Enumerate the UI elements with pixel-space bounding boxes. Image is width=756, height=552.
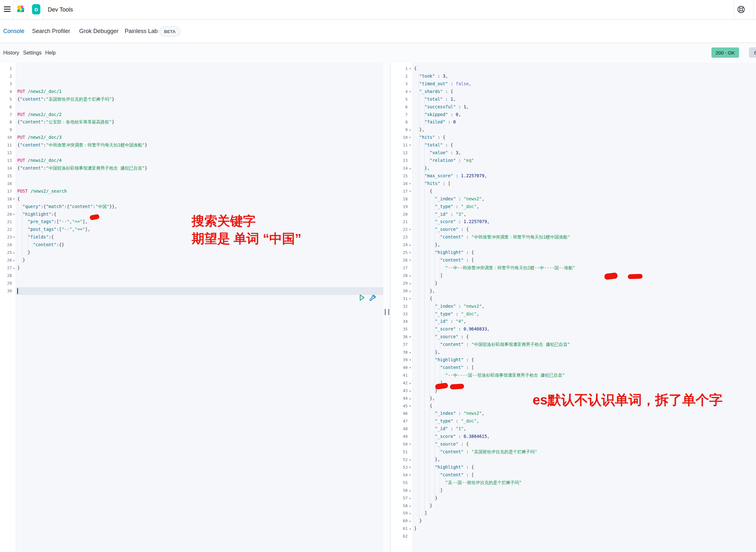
code-line-content[interactable]: } <box>413 525 756 532</box>
fold-toggle-icon[interactable]: ▴ <box>12 264 16 272</box>
code-line[interactable]: 35"_score" : 0.9640833, <box>390 325 756 333</box>
code-line[interactable]: 39▾"highlight" : { <box>390 356 756 364</box>
fold-toggle-icon[interactable]: ▴ <box>408 164 413 172</box>
fold-toggle-icon[interactable]: ▾ <box>408 463 413 471</box>
code-line[interactable]: 33"_type" : "_doc", <box>390 310 756 318</box>
fold-toggle-icon[interactable]: ▾ <box>408 249 413 256</box>
code-line-content[interactable]: "highlight" : { <box>413 249 756 256</box>
code-line[interactable]: 15 <box>0 172 383 180</box>
code-line[interactable]: 59▴] <box>390 509 756 517</box>
code-line[interactable]: 11{"content":"中韩渔警冲突调查：韩警平均每天扣1艘中国渔船"} <box>0 141 383 149</box>
fold-toggle-icon[interactable]: ▴ <box>408 456 413 463</box>
fold-toggle-icon[interactable]: ▾ <box>408 65 413 73</box>
fold-toggle-icon[interactable]: ▴ <box>408 241 413 249</box>
code-line-content[interactable]: "skipped" : 0, <box>413 111 756 119</box>
code-line[interactable]: 7"skipped" : 0, <box>390 111 756 119</box>
request-editor[interactable]: 1234PUT /news2/_doc/15{"content":"美国留给伊拉… <box>0 63 383 552</box>
code-line[interactable]: 24▴}, <box>390 241 756 249</box>
code-line[interactable]: 16 <box>0 180 383 187</box>
code-line-content[interactable]: "_index" : "news2", <box>413 410 756 417</box>
fold-toggle-icon[interactable]: ▴ <box>12 256 16 264</box>
code-line[interactable]: 52▴}, <box>390 456 756 463</box>
code-line[interactable]: 3"timed_out" : false, <box>390 80 756 88</box>
fold-toggle-icon[interactable]: ▾ <box>408 256 413 264</box>
code-line-content[interactable]: "content" : "美国留给伊拉克的是个烂摊子吗" <box>413 448 756 456</box>
code-line[interactable]: 12"value" : 3, <box>390 149 756 157</box>
fold-toggle-icon[interactable]: ▴ <box>408 387 413 395</box>
code-line-content[interactable]: } <box>413 502 756 510</box>
code-line-content[interactable]: {"content":"美国留给伊拉克的是个烂摊子吗"} <box>16 96 383 103</box>
code-line-content[interactable] <box>16 126 383 134</box>
fold-toggle-icon[interactable]: ▴ <box>12 249 16 256</box>
code-line[interactable]: 49"_score" : 0.3864615, <box>390 433 756 440</box>
code-line[interactable]: 5{"content":"美国留给伊拉克的是个烂摊子吗"} <box>0 96 383 103</box>
code-line-content[interactable]: PUT /news2/_doc/1 <box>16 88 383 96</box>
code-line[interactable]: 25▾"highlight" : { <box>390 249 756 256</box>
fold-toggle-icon[interactable]: ▴ <box>408 379 413 387</box>
code-line-content[interactable]: "total" : { <box>413 141 756 149</box>
code-line[interactable]: 13PUT /news2/_doc/4 <box>0 157 383 164</box>
code-line[interactable]: 57▴} <box>390 494 756 502</box>
fold-toggle-icon[interactable]: ▾ <box>408 471 413 479</box>
code-line[interactable]: 48"_id" : "1", <box>390 425 756 433</box>
code-line[interactable]: 58▴} <box>390 502 756 510</box>
code-line-content[interactable]: "_id" : "4", <box>413 318 756 325</box>
fold-toggle-icon[interactable]: ▾ <box>12 233 16 241</box>
fold-toggle-icon[interactable]: ▾ <box>408 141 413 149</box>
fold-toggle-icon[interactable]: ▴ <box>408 517 413 525</box>
fold-toggle-icon[interactable]: ▾ <box>408 440 413 448</box>
code-line-content[interactable]: { <box>413 65 756 73</box>
code-line-content[interactable] <box>16 272 383 280</box>
code-line-content[interactable]: "query":{"match":{"content":"中国"}}, <box>16 203 383 211</box>
code-line[interactable]: 29▴} <box>390 280 756 287</box>
fold-toggle-icon[interactable]: ▴ <box>408 494 413 502</box>
code-line[interactable]: 12 <box>0 149 383 157</box>
code-line-content[interactable]: "content" : [ <box>413 471 756 479</box>
code-line-content[interactable] <box>16 80 383 88</box>
fold-toggle-icon[interactable]: ▴ <box>408 487 413 494</box>
code-line-content[interactable]: "highlight" : { <box>413 356 756 364</box>
code-line[interactable]: 19"query":{"match":{"content":"中国"}}, <box>0 203 383 211</box>
code-line-content[interactable]: } <box>413 517 756 525</box>
fold-toggle-icon[interactable]: ▴ <box>408 280 413 287</box>
code-line-content[interactable]: {"content":"公安部：各地校车将享最高路权"} <box>16 118 383 126</box>
code-line-content[interactable]: POST /news2/_search <box>16 187 383 195</box>
code-line[interactable]: 4PUT /news2/_doc/1 <box>0 88 383 96</box>
code-line[interactable]: 36▾"_source" : { <box>390 333 756 341</box>
fold-toggle-icon[interactable]: ▾ <box>408 226 413 233</box>
code-line-content[interactable]: ] <box>413 487 756 494</box>
fold-toggle-icon[interactable]: ▾ <box>408 333 413 341</box>
code-line[interactable]: 14{"content":"中国驻洛杉矶领事馆遭亚裔男子枪击 嫌犯已自首"} <box>0 164 383 172</box>
code-line[interactable]: 47"_type" : "_doc", <box>390 417 756 425</box>
code-line-content[interactable]: "content" : [ <box>413 364 756 372</box>
code-line[interactable]: 30▴}, <box>390 287 756 295</box>
code-line[interactable]: 2"took" : 3, <box>390 73 756 80</box>
fold-toggle-icon[interactable]: ▾ <box>408 180 413 187</box>
code-line-content[interactable]: "hits" : [ <box>413 180 756 187</box>
help-icon[interactable] <box>737 5 745 15</box>
code-line-content[interactable]: PUT /news2/_doc/4 <box>16 157 383 164</box>
code-line-content[interactable]: "_shards" : { <box>413 88 756 96</box>
code-line-content[interactable] <box>413 532 756 540</box>
code-line[interactable]: 23"content" : "中韩渔警冲突调查：韩警平均每天扣1艘中国渔船" <box>390 233 756 241</box>
code-line[interactable]: 15"max_score" : 1.2257079, <box>390 172 756 180</box>
code-line-content[interactable]: "_type" : "_doc", <box>413 310 756 318</box>
code-line-content[interactable]: "total" : 1, <box>413 96 756 103</box>
code-line-content[interactable]: "_index" : "news2", <box>413 303 756 310</box>
fold-toggle-icon[interactable]: ▾ <box>408 295 413 303</box>
code-line-content[interactable] <box>16 280 383 287</box>
settings-menu[interactable]: Settings <box>23 43 42 63</box>
tab-search-profiler[interactable]: Search Profiler <box>32 20 70 43</box>
space-avatar[interactable]: D <box>32 4 40 14</box>
code-line[interactable]: 6"successful" : 1, <box>390 103 756 111</box>
fold-toggle-icon[interactable]: ▴ <box>408 395 413 402</box>
code-line-content[interactable]: }, <box>413 349 756 356</box>
code-line[interactable]: 61▴} <box>390 525 756 532</box>
code-line-content[interactable]: "_source" : { <box>413 226 756 233</box>
resize-handle[interactable] <box>385 309 389 315</box>
fold-toggle-icon[interactable]: ▾ <box>408 402 413 410</box>
code-line[interactable]: 8{"content":"公安部：各地校车将享最高路权"} <box>0 118 383 126</box>
code-line[interactable]: 37"content" : "中国驻洛杉矶领事馆遭亚裔男子枪击 嫌犯已自首" <box>390 341 756 349</box>
code-line[interactable]: 46"_index" : "news2", <box>390 410 756 417</box>
code-line-content[interactable] <box>16 149 383 157</box>
